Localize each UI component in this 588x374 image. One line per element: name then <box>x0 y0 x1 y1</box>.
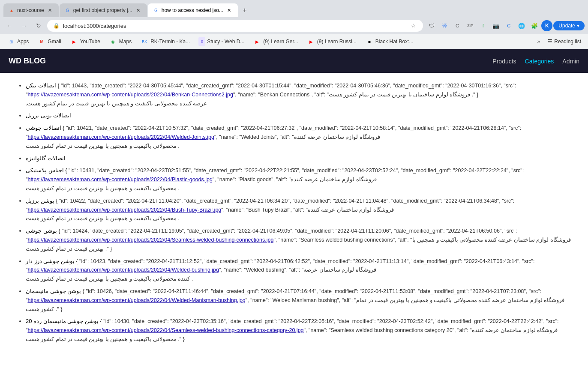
json-url[interactable]: https://lavazemesakteman.com/wp-content/… <box>27 327 303 333</box>
profile-button[interactable]: K <box>541 20 552 31</box>
json-url[interactable]: https://lavazemesakteman.com/wp-content/… <box>27 297 245 303</box>
bookmark-favicon-rk: RK <box>140 37 149 46</box>
tab-favicon-get-first: G <box>65 7 71 13</box>
bookmark-rk[interactable]: RK RK-Termin - Ka... <box>137 36 193 47</box>
site-nav-links: Products Categories Admin <box>492 58 579 65</box>
nav-categories[interactable]: Categories <box>525 58 554 65</box>
bookmark-label-learn-rus: (9) Learn Russi... <box>317 39 357 45</box>
reading-list-label: Reading list <box>554 39 581 45</box>
reading-list-button[interactable]: ☰ Reading list <box>544 37 585 46</box>
bookmark-stucy[interactable]: S Stucy - Web D... <box>195 36 248 47</box>
new-tab-button[interactable]: + <box>239 4 251 16</box>
bookmarks-bar: ⊞ Apps M Gmail ▶ YouTube ◉ Maps RK RK-Te… <box>0 34 588 49</box>
site-logo: WD BLOG <box>9 57 492 66</box>
site-nav: WD BLOG Products Categories Admin <box>0 49 588 73</box>
bookmark-favicon-stucy: S <box>198 37 205 46</box>
bookmark-maps[interactable]: ◉ Maps <box>105 36 135 47</box>
refresh-button[interactable]: ↻ <box>33 20 45 32</box>
browser-window: ▲ nuxt-course ✕ G get first object prope… <box>0 0 588 356</box>
address-bar-row: ← → ↻ 🔒 localhost:3000/categories ☆ 🛡 译 … <box>0 17 588 34</box>
tab-close-get-first[interactable]: ✕ <box>135 7 142 14</box>
tab-favicon-nuxt: ▲ <box>9 7 15 13</box>
tab-close-nested[interactable]: ✕ <box>226 7 233 14</box>
bookmark-learn-rus[interactable]: ▶ (9) Learn Russi... <box>303 36 360 47</box>
bookmark-favicon-youtube: ▶ <box>70 37 78 46</box>
item-title: بوشن جوشی <box>26 227 58 234</box>
bookmark-label-gmail: Gmail <box>48 39 61 45</box>
camera-ext-icon[interactable]: 📷 <box>490 20 502 32</box>
item-rtl-text: محصولاتی باکیفیت و همچنین با بهترین قیمت… <box>26 215 180 221</box>
json-url[interactable]: https://lavazemesakteman.com/wp-content/… <box>27 92 233 98</box>
list-item: اتصالات بنکن { "id": 10443, "date_create… <box>26 81 575 108</box>
item-title: بوشن جوشی درز دار <box>26 258 76 264</box>
forward-button[interactable]: → <box>18 20 30 32</box>
item-json: { "id": 10426, "date_created": "2022-04-… <box>26 288 564 312</box>
bookmark-favicon-gmail: M <box>37 37 46 46</box>
bookmark-favicon-maps: ◉ <box>109 37 117 46</box>
star-icon[interactable]: ☆ <box>409 22 417 30</box>
item-rtl-text: کننده محصولاتی باکیفیت و همچنین با بهتری… <box>26 276 193 282</box>
item-rtl-text: محصولاتی باکیفیت و همچنین با بهترین قیمت… <box>26 186 180 191</box>
feedly-ext-icon[interactable]: f <box>477 20 489 32</box>
bookmark-label-stucy: Stucy - Web D... <box>207 39 244 45</box>
item-json: { "id": 10431, "date_created": "2022-04-… <box>26 168 524 183</box>
item-json: { "id": 10423, "date_created": "2022-04-… <box>26 258 534 273</box>
tab-close-nuxt[interactable]: ✕ <box>47 7 54 14</box>
page-content: WD BLOG Products Categories Admin اتصالا… <box>0 49 588 356</box>
item-title: بوشن جوشی مانیسمان رده 20 <box>26 318 100 324</box>
item-title: بوشن جوشی مانیسمان <box>26 288 83 294</box>
item-json: { "id": 10421, "date_created": "2022-04-… <box>26 125 521 140</box>
address-icons: ☆ <box>409 22 417 30</box>
list-item: بوشن جوشی { "id": 10424, "date_created":… <box>26 227 575 253</box>
json-url[interactable]: https://lavazemesakteman.com/wp-content/… <box>27 267 219 273</box>
bookmark-apps[interactable]: ⊞ Apps <box>3 36 32 47</box>
bookmark-youtube[interactable]: ▶ YouTube <box>66 36 104 47</box>
tab-title-get-first: get first object property j... <box>73 7 132 13</box>
update-button[interactable]: Update ▾ <box>553 21 585 30</box>
address-bar[interactable]: 🔒 localhost:3000/categories ☆ <box>47 20 423 32</box>
list-item: اجناس پلاستیکی { "id": 10431, "date_crea… <box>26 166 575 193</box>
bookmarks-more-button[interactable]: » <box>535 37 543 46</box>
tab-bar: ▲ nuxt-course ✕ G get first object prope… <box>0 0 588 17</box>
json-url[interactable]: https://lavazemesakteman.com/wp-content/… <box>27 134 214 140</box>
item-title: اتصالات بنکن <box>26 82 57 89</box>
item-json: { "id": 10443, "date_created": "2022-04-… <box>26 83 516 98</box>
nav-products[interactable]: Products <box>492 58 516 65</box>
browser-icons: 🛡 译 G ZIP f 📷 C 🌐 🧩 K Update ▾ <box>426 20 585 32</box>
update-label: Update <box>558 23 575 29</box>
item-rtl-text: .عرضه کننده محصولاتی باکیفیت و همچنین با… <box>26 101 207 107</box>
bookmark-gmail[interactable]: M Gmail <box>34 36 64 47</box>
json-url[interactable]: https://lavazemesakteman.com/wp-content/… <box>27 207 221 213</box>
back-button[interactable]: ← <box>3 20 15 32</box>
tab-nested-json[interactable]: G how to access nested jso... ✕ <box>148 3 238 17</box>
tab-get-first[interactable]: G get first object property j... ✕ <box>60 3 147 17</box>
bookmark-label-blackhat: Black Hat Box:... <box>375 39 414 45</box>
bookmark-label-youtube: YouTube <box>80 39 100 45</box>
shield-ext-icon[interactable]: 🛡 <box>426 20 438 32</box>
list-item: اتصالات جوشی { "id": 10421, "date_create… <box>26 124 575 150</box>
json-url[interactable]: https://lavazemesakteman.com/wp-content/… <box>27 177 213 183</box>
grammarly-ext-icon[interactable]: G <box>451 20 463 32</box>
item-title: اتصالات جوشی <box>26 125 63 131</box>
nav-admin[interactable]: Admin <box>562 58 579 65</box>
translate-ext-icon[interactable]: 译 <box>438 20 450 32</box>
lock-icon: 🔒 <box>53 23 60 29</box>
list-item: بوشن جوشی مانیسمان { "id": 10426, "date_… <box>26 287 575 314</box>
chrome-ext-icon[interactable]: C <box>503 20 515 32</box>
address-text: localhost:3000/categories <box>63 23 406 29</box>
puzzle-ext-icon[interactable]: 🧩 <box>528 20 540 32</box>
bookmark-learn-ger[interactable]: ▶ (9) Learn Ger... <box>249 36 301 47</box>
bookmark-favicon-blackhat: ■ <box>365 37 374 46</box>
reading-list-icon: ☰ <box>548 39 552 45</box>
bookmark-label-rk: RK-Termin - Ka... <box>150 39 190 45</box>
globe-ext-icon[interactable]: 🌐 <box>516 20 528 32</box>
tab-favicon-nested: G <box>153 7 159 13</box>
zip-ext-icon[interactable]: ZIP <box>464 20 476 32</box>
item-json: { "id": 10430, "date_created": "2022-04-… <box>26 318 559 342</box>
list-item: بوشن جوشی درز دار { "id": 10423, "date_c… <box>26 257 575 284</box>
bookmark-label-apps: Apps <box>17 39 29 45</box>
json-url[interactable]: https://lavazemesakteman.com/wp-content/… <box>27 237 273 243</box>
tab-nuxt-course[interactable]: ▲ nuxt-course ✕ <box>3 3 59 17</box>
bookmark-blackhat[interactable]: ■ Black Hat Box:... <box>362 36 417 47</box>
bookmark-favicon-learn-ger: ▶ <box>253 37 261 46</box>
